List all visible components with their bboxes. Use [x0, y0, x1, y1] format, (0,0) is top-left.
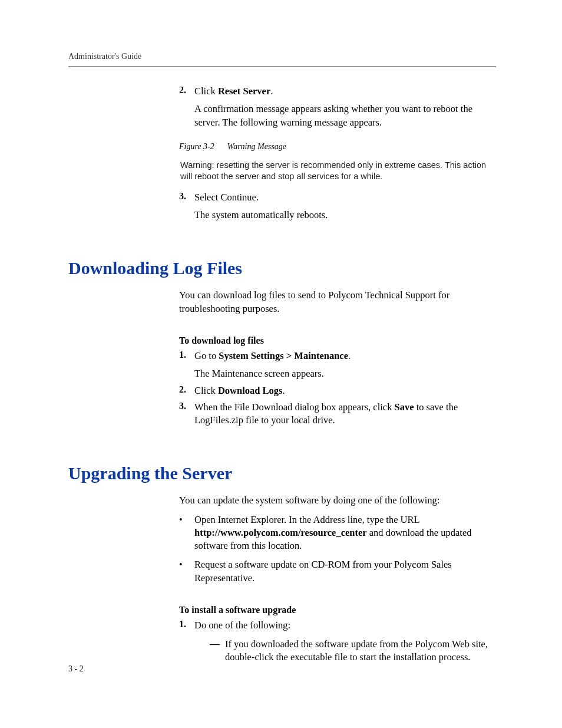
step-number: 3. [179, 401, 194, 427]
step-body: Go to System Settings > Maintenance. The… [194, 350, 496, 381]
text: . [282, 385, 285, 396]
step-body: Click Download Logs. [194, 384, 496, 397]
bullet-icon: • [179, 513, 194, 553]
section-heading-upgrading-the-server: Upgrading the Server [68, 463, 496, 483]
text: Click [194, 385, 218, 396]
running-header: Administrator's Guide [68, 52, 496, 61]
sub-item-text: If you downloaded the software update fr… [225, 638, 496, 664]
bullet-icon: • [179, 558, 194, 585]
text: Go to [194, 350, 219, 361]
step-1: 1. Do one of the following: — If you dow… [179, 619, 496, 664]
step-2: 2. Click Download Logs. [179, 384, 496, 397]
figure-number: Figure 3-2 [179, 142, 214, 151]
step-3: 3. When the File Download dialog box app… [179, 401, 496, 427]
bullet-item: • Request a software update on CD-ROM fr… [179, 558, 496, 585]
procedure-heading: To download log files [179, 335, 496, 346]
section-heading-downloading-log-files: Downloading Log Files [68, 258, 496, 278]
text: . [348, 350, 351, 361]
ui-label: Save [395, 401, 414, 413]
figure-title: Warning Message [227, 142, 286, 151]
url-text: http://www.polycom.com/resource_center [194, 527, 367, 538]
procedure-heading: To install a software upgrade [179, 605, 496, 615]
step-number: 2. [179, 384, 194, 397]
step-body: Select Continue. The system automaticall… [194, 191, 496, 222]
step-number: 1. [179, 619, 194, 664]
step-followup: A confirmation message appears asking wh… [194, 103, 496, 129]
text: Click [194, 85, 218, 97]
step-1: 1. Go to System Settings > Maintenance. … [179, 350, 496, 381]
text: Select Continue. [194, 192, 259, 203]
step-number: 2. [179, 85, 194, 129]
bullet-text: Open Internet Explorer. In the Address l… [194, 513, 496, 553]
bullet-text: Request a software update on CD-ROM from… [194, 558, 496, 585]
intro-paragraph: You can download log files to send to Po… [179, 289, 496, 315]
dash-icon: — [210, 638, 225, 664]
step-followup: The system automatically reboots. [194, 209, 496, 222]
bullet-item: • Open Internet Explorer. In the Address… [179, 513, 496, 553]
text: Open Internet Explorer. In the Address l… [194, 514, 419, 525]
warning-message: Warning: resetting the server is recomme… [180, 160, 496, 183]
step-body: When the File Download dialog box appear… [194, 401, 496, 427]
ui-path: System Settings > Maintenance [219, 350, 348, 361]
step-number: 3. [179, 191, 194, 222]
step-body: Do one of the following: — If you downlo… [194, 619, 496, 664]
ui-label: Download Logs [218, 385, 283, 396]
step-2: 2. Click Reset Server. A confirmation me… [179, 85, 496, 129]
text: When the File Download dialog box appear… [194, 401, 395, 413]
page-number: 3 - 2 [68, 664, 84, 674]
section1-body: You can download log files to send to Po… [179, 289, 496, 427]
intro-paragraph: You can update the system software by do… [179, 494, 496, 507]
header-rule [68, 66, 496, 67]
text: Do one of the following: [194, 620, 290, 631]
text: . [270, 85, 273, 97]
step-3: 3. Select Continue. The system automatic… [179, 191, 496, 222]
top-steps-block: 2. Click Reset Server. A confirmation me… [179, 85, 496, 222]
step-body: Click Reset Server. A confirmation messa… [194, 85, 496, 129]
step-followup: The Maintenance screen appears. [194, 367, 496, 380]
section2-body: You can update the system software by do… [179, 494, 496, 664]
ui-label: Reset Server [218, 85, 270, 97]
figure-caption: Figure 3-2Warning Message [179, 142, 496, 151]
sub-item: — If you downloaded the software update … [210, 638, 496, 664]
document-page: Administrator's Guide 2. Click Reset Ser… [0, 0, 562, 728]
step-number: 1. [179, 350, 194, 381]
